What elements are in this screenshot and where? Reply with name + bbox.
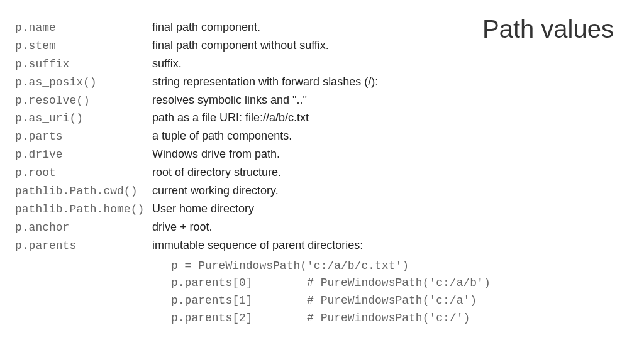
desc-cell: path as a file URI: file://a/b/c.txt [152, 109, 309, 127]
desc-cell: current working directory. [152, 182, 279, 200]
desc-cell: root of directory structure. [152, 164, 281, 182]
code-cell: p.as_uri() [15, 110, 152, 128]
desc-cell: Windows drive from path. [152, 146, 280, 163]
desc-cell: immutable sequence of parent directories… [152, 237, 363, 255]
table-row: p.root root of directory structure. [15, 164, 468, 182]
desc-cell: User home directory [152, 200, 254, 218]
table-row: p.suffix suffix. [15, 55, 468, 74]
code-cell: p.suffix [15, 56, 152, 74]
code-cell: pathlib.Path.home() [15, 201, 152, 219]
slide-title: Path values [482, 15, 614, 43]
table-row: p.anchor drive + root. [15, 219, 468, 237]
code-cell: p.drive [15, 146, 152, 164]
table-row: p.stem final path component without suff… [15, 37, 468, 55]
code-cell: p.parents [15, 238, 152, 255]
example-line: p.parents[0] # PureWindowsPath('c:/a/b') [171, 275, 468, 292]
example-block: p = PureWindowsPath('c:/a/b/c.txt') p.pa… [171, 258, 468, 328]
table-row: p.name final path component. [15, 19, 468, 37]
code-cell: p.resolve() [15, 92, 152, 110]
desc-cell: string representation with forward slash… [152, 74, 378, 91]
table-row: pathlib.Path.cwd() current working direc… [15, 182, 468, 200]
table-row: p.drive Windows drive from path. [15, 146, 468, 164]
code-cell: p.root [15, 165, 152, 182]
example-line: p.parents[1] # PureWindowsPath('c:/a') [171, 292, 468, 310]
code-cell: p.name [15, 19, 152, 37]
code-cell: p.as_posix() [15, 74, 152, 92]
code-cell: pathlib.Path.cwd() [15, 183, 152, 200]
example-line: p = PureWindowsPath('c:/a/b/c.txt') [171, 258, 468, 275]
table-row: p.resolve() resolves symbolic links and … [15, 92, 468, 110]
desc-cell: suffix. [152, 55, 182, 73]
desc-cell: resolves symbolic links and ".." [152, 92, 307, 109]
table-row: p.as_uri() path as a file URI: file://a/… [15, 109, 468, 128]
desc-cell: final path component without suffix. [152, 37, 329, 55]
reference-table: p.name final path component. p.stem fina… [15, 19, 468, 327]
code-cell: p.stem [15, 38, 152, 55]
desc-cell: drive + root. [152, 219, 213, 236]
code-cell: p.anchor [15, 219, 152, 237]
desc-cell: final path component. [152, 19, 260, 36]
table-row: p.as_posix() string representation with … [15, 74, 468, 92]
table-row: pathlib.Path.home() User home directory [15, 200, 468, 219]
example-line: p.parents[2] # PureWindowsPath('c:/') [171, 310, 468, 327]
desc-cell: a tuple of path components. [152, 128, 292, 145]
table-row: p.parents immutable sequence of parent d… [15, 237, 468, 255]
table-row: p.parts a tuple of path components. [15, 128, 468, 146]
code-cell: p.parts [15, 128, 152, 146]
